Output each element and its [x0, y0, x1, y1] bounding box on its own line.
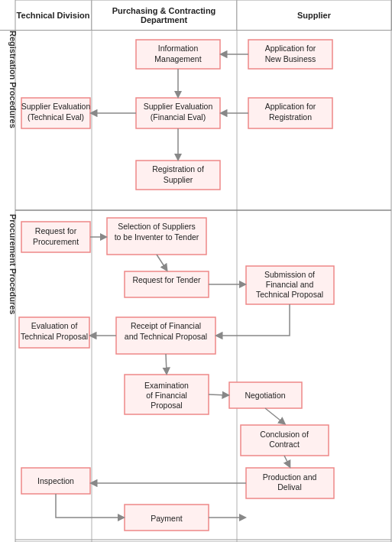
svg-text:Proposal: Proposal — [151, 401, 182, 410]
svg-line-72 — [284, 456, 290, 466]
svg-text:Technical Proposal: Technical Proposal — [256, 290, 323, 299]
svg-text:New Business: New Business — [265, 54, 316, 63]
svg-text:Contract: Contract — [269, 440, 300, 449]
header-purchasing: Purchasing & Contracting Department — [92, 0, 237, 30]
svg-text:and Technical Proposal: and Technical Proposal — [125, 332, 207, 341]
svg-text:Receipt of Financial: Receipt of Financial — [131, 321, 201, 330]
svg-text:Request for: Request for — [35, 226, 77, 235]
svg-text:Technical Proposal: Technical Proposal — [21, 332, 88, 341]
svg-text:to be Inventer to Tender: to be Inventer to Tender — [115, 232, 199, 242]
svg-text:Inspection: Inspection — [37, 476, 74, 485]
svg-line-42 — [157, 255, 167, 270]
svg-text:Registration Procedures: Registration Procedures — [8, 31, 18, 128]
svg-text:Conclusion of: Conclusion of — [260, 430, 309, 439]
diagram-container: Technical Division Purchasing & Contract… — [0, 0, 392, 542]
svg-text:Management: Management — [154, 54, 201, 63]
svg-text:Evaluation of: Evaluation of — [31, 321, 78, 330]
svg-text:Information: Information — [158, 44, 199, 53]
svg-text:Registration of: Registration of — [152, 164, 204, 174]
svg-text:Submission of: Submission of — [264, 270, 315, 279]
svg-text:(Technical Eval): (Technical Eval) — [28, 112, 84, 122]
svg-line-62 — [209, 394, 228, 395]
diagram-svg: Registration Procedures Procurement Proc… — [0, 0, 392, 542]
svg-text:Request for Tender: Request for Tender — [132, 275, 201, 284]
svg-line-66 — [265, 408, 284, 424]
svg-text:Selection of Suppliers: Selection of Suppliers — [118, 222, 196, 231]
svg-text:Supplier Evaluation: Supplier Evaluation — [144, 102, 213, 111]
svg-text:Application for: Application for — [265, 44, 316, 53]
svg-text:Supplier Evaluation: Supplier Evaluation — [21, 102, 91, 111]
header-supplier: Supplier — [237, 0, 392, 30]
svg-text:Procurement Procedures: Procurement Procedures — [8, 214, 18, 314]
svg-text:of Financial: of Financial — [146, 391, 187, 400]
svg-text:Payment: Payment — [151, 514, 183, 523]
svg-text:(Financial Eval): (Financial Eval) — [151, 112, 206, 122]
svg-text:Negotiation: Negotiation — [245, 391, 285, 400]
svg-text:Supplier: Supplier — [164, 175, 193, 184]
header-tech-division: Technical Division — [15, 0, 92, 30]
svg-text:Registration: Registration — [269, 112, 312, 122]
svg-text:Examination: Examination — [144, 381, 189, 390]
svg-text:Delival: Delival — [277, 482, 302, 492]
svg-text:Production and: Production and — [263, 472, 317, 482]
svg-text:Procurement: Procurement — [33, 237, 79, 246]
svg-text:Financial and: Financial and — [266, 280, 314, 289]
svg-line-59 — [166, 354, 167, 373]
svg-text:Application for: Application for — [265, 102, 316, 111]
